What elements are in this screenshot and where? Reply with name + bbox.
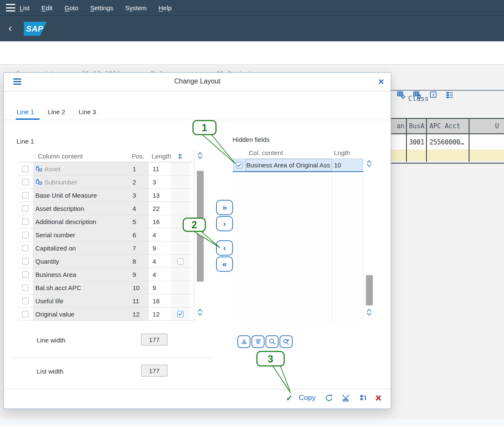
row-checkbox[interactable]	[22, 205, 29, 212]
length-value: 9	[149, 281, 171, 294]
column-label: Asset description	[35, 205, 84, 212]
column-label: Capitalized on	[35, 245, 76, 252]
column-label: Bal.sh.acct APC	[35, 284, 81, 291]
hidden-row-checkbox[interactable]	[236, 162, 242, 168]
choose-layout-icon[interactable]	[444, 89, 455, 101]
row-checkbox[interactable]	[22, 192, 29, 199]
menu-item[interactable]: List	[20, 4, 29, 12]
table-row[interactable]: Original value 12 12	[17, 308, 193, 321]
table-row[interactable]: Asset 1 11	[17, 162, 193, 176]
move-all-right-button[interactable]: »	[216, 200, 233, 215]
menu-item[interactable]: Settings	[90, 4, 113, 12]
row-checkbox[interactable]	[22, 179, 29, 185]
length-value: 22	[149, 202, 171, 215]
position-value: 4	[129, 202, 149, 215]
adopt-button[interactable]	[357, 392, 369, 403]
length-value: 9	[149, 242, 171, 254]
key-column-icon	[35, 178, 43, 185]
menu-item[interactable]: System	[125, 4, 147, 12]
scrollbar-thumb[interactable]	[366, 275, 373, 305]
sort-ascending-button[interactable]	[237, 335, 251, 348]
copy-check-icon[interactable]: ✓	[286, 393, 293, 403]
table-row[interactable]: Asset description 4 22	[17, 202, 193, 215]
table-row[interactable]: Base Unit of Measure 3 13	[17, 189, 193, 202]
report-list-table: an BusA APC Acct U 1 3001 25560000…	[383, 118, 504, 164]
close-icon[interactable]: ×	[378, 76, 384, 87]
cut-button[interactable]	[340, 392, 351, 403]
menu-bar: ListEditGotoSettingsSystemHelp	[0, 0, 504, 16]
refresh-button[interactable]	[323, 392, 334, 403]
sum-cell	[171, 242, 190, 254]
row-checkbox[interactable]	[22, 219, 29, 225]
sum-cell	[171, 308, 190, 320]
tab-line-1[interactable]: Line 1	[17, 105, 34, 120]
menu-item[interactable]: Goto	[64, 4, 78, 12]
table-row[interactable]: Business Area 9 4	[17, 268, 193, 281]
table-row[interactable]: Useful life 11 18	[17, 294, 193, 308]
table-row[interactable]: Subnumber 2 3	[17, 176, 193, 189]
copy-button[interactable]: Copy	[299, 394, 316, 402]
table-row[interactable]: Capitalized on 7 9	[17, 242, 193, 255]
scroll-down-icon[interactable]	[367, 309, 372, 316]
sort-descending-button[interactable]	[251, 335, 265, 348]
position-value: 7	[129, 242, 149, 254]
row-checkbox[interactable]	[22, 232, 29, 238]
table-cell[interactable]	[469, 135, 504, 150]
app-header: ‹ SAP Asset Balances	[0, 16, 504, 41]
sum-checkbox[interactable]	[177, 258, 184, 265]
row-checkbox[interactable]	[22, 245, 29, 251]
hidden-field-row[interactable]: Business Area of Original Ass 10	[233, 159, 363, 172]
row-checkbox[interactable]	[22, 311, 29, 317]
table-settings-icon[interactable]	[395, 89, 407, 101]
scroll-up-icon[interactable]	[367, 160, 372, 167]
scroll-down-icon[interactable]	[198, 309, 202, 316]
move-all-left-button[interactable]: «	[216, 256, 233, 272]
column-header: BusA	[407, 119, 426, 134]
table-cell[interactable]: 25560000…	[427, 135, 471, 150]
length-value: 11	[149, 162, 171, 175]
row-checkbox[interactable]	[22, 258, 29, 265]
scroll-up-icon[interactable]	[198, 152, 202, 159]
move-left-button[interactable]: ‹	[216, 240, 233, 256]
sum-cell	[171, 162, 190, 175]
table-row[interactable]: Bal.sh.acct APC 10 9	[17, 281, 193, 294]
pos-header: Pos.	[129, 153, 149, 160]
column-label: Additional description	[35, 218, 96, 225]
table-cell[interactable]: 3001	[407, 135, 428, 150]
report-header-clipped: Report date 31.12.2024 Reference 01 Book…	[16, 67, 485, 72]
column-label: Serial number	[35, 231, 75, 239]
tab-line-3[interactable]: Line 3	[79, 105, 96, 120]
table-row[interactable]: Serial number 6 4	[17, 228, 193, 242]
column-label: Base Unit of Measure	[35, 192, 97, 199]
line-width-field[interactable]: 177	[141, 334, 167, 345]
row-checkbox[interactable]	[22, 285, 29, 291]
row-checkbox[interactable]	[22, 166, 29, 172]
menu-items: ListEditGotoSettingsSystemHelp	[20, 0, 172, 15]
line-width-label: Line width	[37, 337, 66, 344]
row-checkbox[interactable]	[22, 271, 29, 278]
sum-cell	[171, 176, 190, 188]
tab-strip: Line 1 Line 2 Line 3	[17, 105, 96, 120]
key-column-icon	[35, 165, 43, 172]
table-row[interactable]: Quantity 8 4	[17, 255, 193, 268]
list-width-field[interactable]: 177	[141, 365, 167, 377]
scrollbar-thumb[interactable]	[197, 171, 204, 282]
table-row[interactable]: Additional description 5 16	[17, 215, 193, 228]
sum-checkbox[interactable]	[177, 311, 184, 317]
move-right-button[interactable]: ›	[216, 216, 233, 231]
tab-line-2[interactable]: Line 2	[48, 105, 65, 120]
cancel-icon[interactable]: ×	[375, 392, 382, 403]
column-header: APC Acct	[427, 119, 469, 134]
position-value: 10	[129, 281, 149, 294]
length-value: 4	[149, 268, 171, 281]
length-value: 4	[149, 255, 171, 268]
info-icon[interactable]: i	[427, 89, 439, 101]
menu-item[interactable]: Help	[158, 4, 172, 12]
search-button[interactable]	[265, 335, 279, 348]
menu-icon[interactable]	[6, 4, 15, 12]
table-save-icon[interactable]	[411, 89, 423, 101]
search-next-button[interactable]	[279, 335, 293, 348]
back-icon[interactable]: ‹	[9, 22, 12, 35]
menu-item[interactable]: Edit	[41, 4, 52, 12]
row-checkbox[interactable]	[22, 298, 29, 304]
